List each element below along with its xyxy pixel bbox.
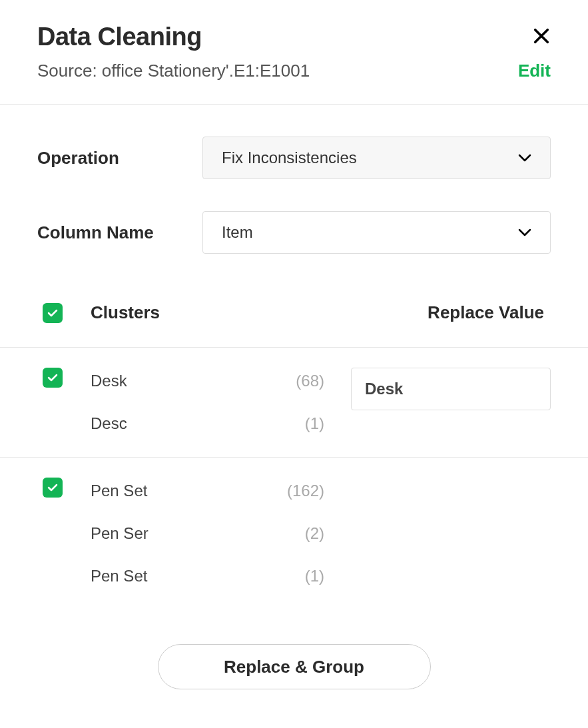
close-icon[interactable] bbox=[532, 27, 551, 48]
page-title: Data Cleaning bbox=[37, 23, 202, 51]
cluster-group: Desk (68) Desc (1) bbox=[37, 348, 551, 457]
cluster-item: Desk (68) bbox=[91, 366, 351, 396]
column-name-label: Column Name bbox=[37, 222, 202, 243]
divider bbox=[0, 104, 588, 105]
check-icon bbox=[47, 484, 58, 492]
item-name: Desc bbox=[91, 414, 284, 433]
operation-label: Operation bbox=[37, 148, 202, 169]
item-count: (2) bbox=[284, 524, 351, 543]
item-name: Pen Set bbox=[91, 567, 284, 585]
cluster-group: Pen Set (162) Pen Ser (2) Pen Set (1) bbox=[37, 458, 551, 609]
item-count: (68) bbox=[284, 372, 351, 390]
edit-link[interactable]: Edit bbox=[518, 61, 551, 81]
item-name: Desk bbox=[91, 372, 284, 390]
column-name-select[interactable]: Item bbox=[202, 211, 551, 254]
check-icon bbox=[47, 374, 58, 382]
replace-header: Replace Value bbox=[351, 302, 551, 323]
chevron-down-icon bbox=[518, 228, 531, 236]
select-all-checkbox[interactable] bbox=[43, 303, 63, 323]
item-count: (1) bbox=[284, 414, 351, 433]
cluster-item: Pen Set (162) bbox=[91, 476, 351, 506]
clusters-header: Clusters bbox=[91, 302, 351, 323]
item-count: (162) bbox=[284, 482, 351, 500]
replace-group-button[interactable]: Replace & Group bbox=[158, 644, 431, 689]
cluster-item: Pen Ser (2) bbox=[91, 519, 351, 548]
check-icon bbox=[47, 309, 58, 317]
column-name-value: Item bbox=[222, 223, 253, 242]
cluster-item: Pen Set (1) bbox=[91, 561, 351, 591]
item-name: Pen Set bbox=[91, 482, 284, 500]
cluster-checkbox[interactable] bbox=[43, 368, 63, 388]
source-label: Source: office Stationery'.E1:E1001 bbox=[37, 61, 310, 81]
chevron-down-icon bbox=[518, 154, 531, 162]
cluster-item: Desc (1) bbox=[91, 409, 351, 438]
item-count: (1) bbox=[284, 567, 351, 585]
cluster-checkbox[interactable] bbox=[43, 478, 63, 498]
replace-value-input[interactable] bbox=[351, 368, 551, 410]
operation-select[interactable]: Fix Inconsistencies bbox=[202, 137, 551, 179]
operation-value: Fix Inconsistencies bbox=[222, 149, 357, 167]
item-name: Pen Ser bbox=[91, 524, 284, 543]
